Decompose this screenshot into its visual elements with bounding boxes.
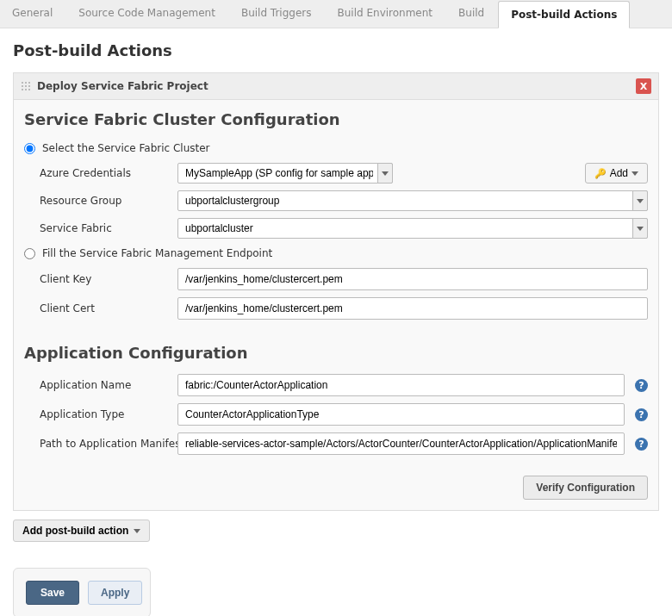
add-action-label: Add post-build action	[22, 525, 128, 537]
service-fabric-select[interactable]: ubportalcluster	[177, 218, 648, 239]
help-icon[interactable]: ?	[635, 408, 648, 421]
step-title: Deploy Service Fabric Project	[37, 80, 208, 92]
service-fabric-label: Service Fabric	[40, 222, 177, 234]
radio-select-cluster-label: Select the Service Fabric Cluster	[42, 142, 210, 154]
tab-scm[interactable]: Source Code Management	[66, 0, 227, 28]
svg-point-4	[25, 85, 27, 87]
chevron-down-icon	[134, 529, 140, 533]
svg-point-5	[28, 85, 30, 87]
svg-point-6	[22, 89, 23, 90]
tab-build-env[interactable]: Build Environment	[326, 0, 445, 28]
radio-select-cluster[interactable]	[24, 143, 35, 154]
tabs-bar: General Source Code Management Build Tri…	[0, 0, 672, 28]
help-icon[interactable]: ?	[635, 379, 648, 392]
client-key-label: Client Key	[40, 273, 177, 285]
add-post-build-action-button[interactable]: Add post-build action	[13, 520, 150, 542]
radio-fill-endpoint[interactable]	[24, 248, 35, 259]
client-cert-input[interactable]	[177, 297, 648, 320]
add-button-label: Add	[610, 167, 628, 179]
page-title: Post-build Actions	[13, 41, 659, 59]
svg-point-1	[25, 82, 27, 84]
application-name-label: Application Name	[40, 379, 177, 391]
application-type-label: Application Type	[40, 408, 177, 420]
client-cert-label: Client Cert	[40, 302, 177, 314]
tab-build-triggers[interactable]: Build Triggers	[229, 0, 324, 28]
manifest-path-label: Path to Application Manifest	[40, 438, 177, 450]
step-block-deploy-service-fabric: Deploy Service Fabric Project X Service …	[13, 72, 659, 511]
svg-point-3	[22, 85, 23, 87]
tab-post-build[interactable]: Post-build Actions	[498, 1, 630, 28]
application-type-input[interactable]	[177, 403, 625, 426]
svg-point-0	[22, 82, 23, 84]
resource-group-label: Resource Group	[40, 195, 177, 207]
drag-grip-icon[interactable]	[21, 81, 31, 91]
svg-point-2	[28, 82, 30, 84]
footer-bar: Save Apply	[13, 568, 151, 616]
add-credentials-button[interactable]: 🔑 Add	[585, 163, 648, 184]
client-key-input[interactable]	[177, 268, 648, 290]
section-heading-cluster: Service Fabric Cluster Configuration	[14, 100, 658, 137]
radio-fill-endpoint-label: Fill the Service Fabric Management Endpo…	[42, 247, 272, 259]
azure-credentials-select[interactable]: MySampleApp (SP config for sample app)	[177, 163, 580, 184]
delete-step-button[interactable]: X	[636, 78, 651, 94]
section-heading-app: Application Configuration	[14, 333, 658, 370]
azure-credentials-label: Azure Credentials	[40, 167, 177, 179]
tab-general[interactable]: General	[0, 0, 65, 28]
key-icon: 🔑	[594, 168, 607, 179]
help-icon[interactable]: ?	[635, 438, 648, 451]
apply-button[interactable]: Apply	[88, 581, 142, 605]
application-name-input[interactable]	[177, 374, 625, 396]
svg-point-8	[28, 89, 30, 90]
tab-build[interactable]: Build	[446, 0, 496, 28]
manifest-path-input[interactable]	[177, 432, 625, 455]
verify-configuration-button[interactable]: Verify Configuration	[523, 476, 648, 500]
svg-point-7	[25, 89, 27, 90]
chevron-down-icon	[632, 171, 638, 176]
save-button[interactable]: Save	[26, 581, 79, 605]
resource-group-select[interactable]: ubportalclustergroup	[177, 190, 648, 211]
